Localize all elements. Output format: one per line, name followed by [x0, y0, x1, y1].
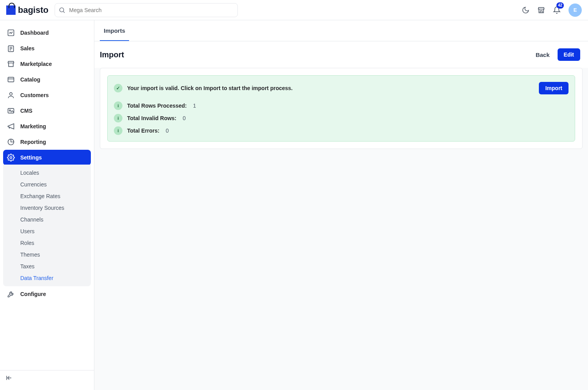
sub-item-locales[interactable]: Locales	[3, 167, 91, 179]
info-icon: i	[114, 126, 122, 135]
sub-item-exchange-rates[interactable]: Exchange Rates	[3, 190, 91, 202]
import-card: ✓ Your import is valid. Click on Import …	[100, 68, 583, 149]
sidebar-item-label: Marketplace	[20, 61, 52, 67]
sidebar-item-label: Sales	[20, 45, 35, 51]
cms-icon	[7, 107, 15, 115]
sub-item-users[interactable]: Users	[3, 225, 91, 237]
sidebar-item-customers[interactable]: Customers	[3, 87, 91, 103]
sidebar-item-settings[interactable]: Settings	[3, 150, 91, 165]
back-button[interactable]: Back	[536, 51, 550, 58]
marketplace-icon	[7, 60, 15, 68]
main-content: Imports Import Back Edit ✓ Your import i…	[94, 20, 588, 390]
sidebar-item-label: Marketing	[20, 123, 46, 129]
header-actions: 42 E	[522, 4, 582, 17]
sidebar-item-label: Configure	[20, 291, 46, 297]
svg-point-11	[9, 110, 11, 111]
info-icon: i	[114, 114, 122, 122]
svg-rect-7	[8, 77, 14, 82]
edit-button[interactable]: Edit	[558, 48, 580, 61]
sidebar-item-label: Reporting	[20, 139, 46, 145]
sidebar-item-label: Dashboard	[20, 30, 49, 36]
sidebar-item-cms[interactable]: CMS	[3, 103, 91, 119]
sub-item-inventory-sources[interactable]: Inventory Sources	[3, 202, 91, 214]
errors-label: Total Errors:	[127, 128, 159, 134]
sidebar-item-label: Settings	[20, 154, 42, 161]
svg-rect-10	[8, 108, 14, 113]
search-input[interactable]	[55, 3, 238, 17]
check-icon: ✓	[114, 84, 122, 92]
settings-submenu: Locales Currencies Exchange Rates Invent…	[3, 165, 91, 286]
sidebar-item-reporting[interactable]: Reporting	[3, 134, 91, 150]
catalog-icon	[7, 76, 15, 83]
bag-icon	[6, 5, 16, 15]
svg-point-13	[10, 157, 12, 159]
alert-message: Your import is valid. Click on Import to…	[127, 85, 292, 91]
marketing-icon	[7, 122, 15, 130]
tabs: Imports	[94, 20, 588, 41]
sidebar-collapse-button[interactable]	[0, 370, 94, 385]
sidebar: Dashboard Sales Marketplace Catalog Cust…	[0, 20, 94, 390]
header: bagisto 42 E	[0, 0, 588, 20]
collapse-icon	[5, 374, 89, 381]
info-icon: i	[114, 101, 122, 110]
sidebar-item-marketplace[interactable]: Marketplace	[3, 56, 91, 72]
avatar[interactable]: E	[569, 4, 582, 17]
sub-item-channels[interactable]: Channels	[3, 214, 91, 225]
configure-icon	[7, 290, 15, 298]
rows-processed-label: Total Rows Processed:	[127, 103, 187, 109]
reporting-icon	[7, 138, 15, 146]
page-actions: Back Edit	[536, 48, 580, 61]
dashboard-icon	[7, 29, 15, 37]
notification-badge: 42	[556, 2, 564, 9]
sidebar-item-dashboard[interactable]: Dashboard	[3, 25, 91, 41]
sales-icon	[7, 44, 15, 52]
dark-mode-icon[interactable]	[522, 6, 530, 14]
settings-icon	[7, 154, 15, 161]
tab-imports[interactable]: Imports	[100, 20, 129, 41]
sidebar-item-catalog[interactable]: Catalog	[3, 72, 91, 87]
avatar-initial: E	[574, 7, 577, 13]
sidebar-item-label: Customers	[20, 92, 49, 98]
svg-line-1	[64, 11, 65, 12]
validation-alert: ✓ Your import is valid. Click on Import …	[107, 75, 575, 142]
svg-point-0	[60, 8, 64, 12]
page-header: Import Back Edit	[94, 41, 588, 68]
rows-processed-value: 1	[193, 103, 196, 109]
sidebar-item-sales[interactable]: Sales	[3, 41, 91, 56]
import-button[interactable]: Import	[539, 82, 569, 94]
brand-logo[interactable]: bagisto	[6, 5, 48, 15]
sub-item-data-transfer[interactable]: Data Transfer	[3, 272, 91, 284]
page-title: Import	[100, 50, 124, 59]
storefront-icon[interactable]	[537, 6, 545, 14]
customers-icon	[7, 91, 15, 99]
sub-item-roles[interactable]: Roles	[3, 237, 91, 249]
errors-value: 0	[166, 128, 169, 134]
sub-item-themes[interactable]: Themes	[3, 249, 91, 261]
invalid-rows-label: Total Invalid Rows:	[127, 115, 177, 121]
sidebar-item-marketing[interactable]: Marketing	[3, 119, 91, 134]
invalid-rows-value: 0	[183, 115, 186, 121]
search-icon	[58, 7, 66, 14]
brand-text: bagisto	[18, 5, 48, 15]
sub-item-taxes[interactable]: Taxes	[3, 261, 91, 272]
sidebar-item-label: Catalog	[20, 76, 40, 83]
notifications-button[interactable]: 42	[553, 6, 561, 14]
sub-item-currencies[interactable]: Currencies	[3, 179, 91, 190]
search-wrap	[55, 3, 238, 17]
sidebar-item-label: CMS	[20, 108, 32, 114]
svg-point-9	[10, 92, 12, 95]
sidebar-item-configure[interactable]: Configure	[3, 286, 91, 302]
